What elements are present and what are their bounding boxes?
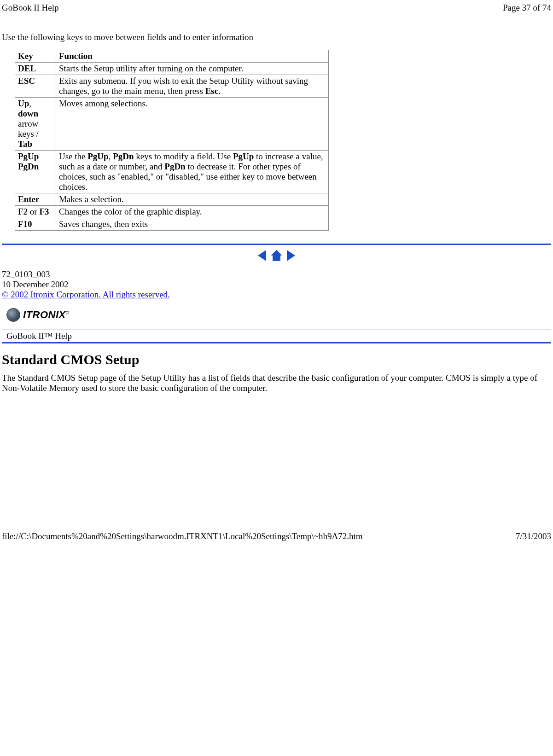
function-cell: Saves changes, then exits: [56, 218, 329, 231]
nav-row: [2, 250, 551, 261]
key-cell: F10: [15, 218, 56, 231]
function-cell: Changes the color of the graphic display…: [56, 206, 329, 218]
keys-table: Key Function DELStarts the Setup utility…: [15, 50, 329, 231]
key-cell: PgUp PgDn: [15, 151, 56, 193]
key-cell: Enter: [15, 193, 56, 206]
key-cell: F2 or F3: [15, 206, 56, 218]
page-header-left: GoBook II Help: [2, 3, 58, 13]
help-title: GoBook II™ Help: [6, 331, 72, 341]
table-row: F10Saves changes, then exits: [15, 218, 329, 231]
brand-logo: ITRONIX®: [6, 308, 70, 322]
key-cell: ESC: [15, 75, 56, 98]
brand-name: ITRONIX®: [23, 309, 70, 321]
function-cell: Exits any submenu. If you wish to exit t…: [56, 75, 329, 98]
home-icon[interactable]: [271, 250, 282, 261]
table-row: PgUp PgDnUse the PgUp, PgDn keys to modi…: [15, 151, 329, 193]
table-row: EnterMakes a selection.: [15, 193, 329, 206]
divider: [2, 244, 551, 245]
intro-text: Use the following keys to move between f…: [2, 32, 551, 42]
th-key: Key: [15, 50, 56, 63]
key-cell: DEL: [15, 63, 56, 75]
copyright-link[interactable]: © 2002 Itronix Corporation. All rights r…: [2, 290, 170, 299]
next-icon[interactable]: [287, 250, 295, 261]
footer-right: 7/31/2003: [516, 531, 551, 541]
prev-icon[interactable]: [258, 250, 266, 261]
section-body: The Standard CMOS Setup page of the Setu…: [2, 373, 551, 393]
table-row: F2 or F3Changes the color of the graphic…: [15, 206, 329, 218]
function-cell: Makes a selection.: [56, 193, 329, 206]
function-cell: Starts the Setup utility after turning o…: [56, 63, 329, 75]
function-cell: Use the PgUp, PgDn keys to modify a fiel…: [56, 151, 329, 193]
table-row: ESCExits any submenu. If you wish to exi…: [15, 75, 329, 98]
key-cell: Up, down arrow keys / Tab: [15, 98, 56, 151]
table-row: DELStarts the Setup utility after turnin…: [15, 63, 329, 75]
page-header-right: Page 37 of 74: [503, 3, 551, 13]
th-function: Function: [56, 50, 329, 63]
doc-id: 72_0103_003: [2, 269, 551, 279]
table-row: Up, down arrow keys / TabMoves among sel…: [15, 98, 329, 151]
globe-icon: [6, 308, 20, 322]
doc-date: 10 December 2002: [2, 279, 551, 290]
function-cell: Moves among selections.: [56, 98, 329, 151]
section-heading: Standard CMOS Setup: [2, 352, 551, 367]
footer-left: file://C:\Documents%20and%20Settings\har…: [2, 531, 363, 541]
